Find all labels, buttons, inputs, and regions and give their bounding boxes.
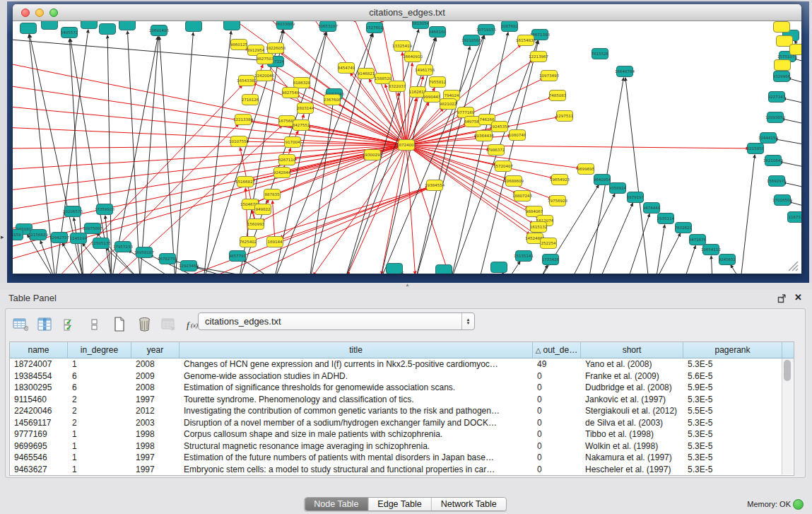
graph-node[interactable]: 949822 (255, 204, 271, 215)
graph-edge[interactable] (625, 78, 648, 274)
graph-edge[interactable] (28, 235, 53, 274)
cell-name[interactable]: 18300295 (10, 382, 68, 394)
graph-edge[interactable] (783, 98, 801, 103)
graph-node[interactable]: 22420046 (254, 71, 274, 81)
graph-node[interactable]: 8215958 (747, 144, 765, 154)
graph-edge[interactable] (127, 31, 139, 274)
cell-short[interactable]: Franke et al. (2009) (581, 370, 683, 382)
table-row[interactable]: 1872400712008Changes of HCN gene express… (10, 358, 794, 370)
graph-node[interactable]: 19300293 (363, 150, 382, 160)
graph-node[interactable]: 19384554 (425, 180, 445, 191)
cell-year[interactable]: 1997 (131, 452, 180, 464)
table-row[interactable]: 969969511998Structural magnetic resonanc… (10, 440, 794, 452)
graph-node[interactable] (790, 45, 802, 55)
network-canvas[interactable]: 5405572206914061603380978572241065328715… (13, 21, 801, 274)
graph-edge[interactable] (779, 162, 801, 168)
graph-node[interactable]: 8813054 (412, 21, 430, 29)
cell-year[interactable]: 2012 (131, 405, 180, 417)
graph-edge[interactable] (411, 136, 511, 145)
graph-edge[interactable] (288, 148, 290, 156)
cell-title[interactable]: Structural magnetic resonance image aver… (180, 440, 533, 452)
graph-edge[interactable] (783, 182, 801, 187)
graph-edge[interactable] (250, 156, 366, 181)
graph-node[interactable]: 887835 (264, 189, 281, 200)
cell-short[interactable]: Stergiakouli et al. (2012) (581, 405, 683, 417)
cell-in_degree[interactable]: 6 (68, 382, 131, 394)
graph-edge[interactable] (573, 194, 615, 274)
graph-node[interactable] (100, 24, 116, 35)
table-row[interactable]: 2242004622012Investigating the contribut… (10, 405, 794, 417)
column-header-year[interactable]: year (131, 342, 180, 358)
graph-edge[interactable] (382, 150, 406, 274)
cell-year[interactable]: 1997 (131, 464, 180, 476)
cell-out_degree[interactable]: 0 (533, 405, 581, 417)
table-row[interactable]: 1456911722003Disruption of a novel membe… (10, 417, 794, 429)
graph-node[interactable]: 5405572 (61, 28, 78, 38)
collapse-panel-arrow-icon[interactable]: ▸ (1, 233, 4, 240)
graph-node[interactable]: 9699695 (577, 164, 595, 175)
graph-node[interactable]: 116733 (788, 212, 802, 223)
graph-node[interactable]: 9358924 (609, 183, 627, 194)
graph-node[interactable]: 15720407 (493, 161, 513, 172)
cell-pagerank[interactable]: 5.3E-5 (683, 464, 782, 476)
cell-name[interactable]: 9115460 (10, 394, 68, 406)
graph-edge[interactable] (658, 233, 681, 274)
graph-node[interactable] (775, 60, 791, 71)
cell-out_degree[interactable]: 0 (533, 382, 581, 394)
graph-node[interactable] (81, 21, 98, 29)
cell-in_degree[interactable]: 1 (68, 428, 131, 440)
table-row[interactable]: 1938455462009Genome-wide association stu… (10, 370, 794, 382)
splitter-handle-icon[interactable]: ▴ (406, 281, 409, 288)
table-row[interactable]: 977716911998Corpus callosum shape and si… (10, 428, 794, 440)
cell-short[interactable]: Yano et al. (2008) (581, 358, 683, 370)
cell-pagerank[interactable]: 5.5E-5 (683, 405, 782, 417)
column-header-in_degree[interactable]: in_degree (68, 342, 131, 358)
cell-pagerank[interactable]: 5.3E-5 (683, 428, 782, 440)
graph-node[interactable]: 16958187 (134, 247, 154, 258)
graph-node[interactable]: 1080748 (509, 130, 526, 141)
graph-node[interactable]: 7986372 (488, 145, 505, 156)
cell-year[interactable]: 1998 (131, 428, 180, 440)
column-header-short[interactable]: short (581, 342, 683, 358)
graph-edge[interactable] (280, 187, 429, 240)
graph-edge[interactable] (782, 119, 801, 124)
graph-node[interactable] (387, 264, 403, 274)
graph-node[interactable]: 8186328 (293, 78, 311, 88)
graph-edge[interactable] (775, 139, 801, 145)
cell-name[interactable]: 19384554 (10, 370, 68, 382)
graph-node[interactable]: 16648784 (615, 66, 635, 77)
graph-edge[interactable] (160, 37, 175, 274)
cell-short[interactable]: Hescheler et al. (1997) (581, 464, 683, 476)
graph-node[interactable]: 7955812 (429, 77, 447, 88)
graph-edge[interactable] (13, 146, 401, 190)
cell-name[interactable]: 9463627 (10, 464, 68, 476)
cell-pagerank[interactable]: 5.3E-5 (683, 417, 782, 429)
cell-title[interactable]: Corpus callosum shape and size in male p… (180, 428, 533, 440)
graph-node[interactable]: 9827548 (282, 88, 300, 98)
cell-short[interactable]: Tibbo et al. (1998) (581, 428, 683, 440)
graph-edge[interactable] (510, 262, 520, 274)
cell-title[interactable]: Changes of HCN gene expression and I(f) … (180, 358, 533, 370)
graph-edge[interactable] (686, 246, 695, 274)
cell-pagerank[interactable]: 5.3E-5 (683, 394, 782, 406)
cell-year[interactable]: 2009 (131, 370, 180, 382)
graph-node[interactable]: 8466160 (429, 27, 447, 37)
graph-node[interactable]: 12444154 (758, 133, 778, 144)
graph-node[interactable]: 17016504 (772, 195, 792, 206)
graph-node[interactable]: 33159 (13, 230, 23, 240)
graph-node[interactable]: 8454749 (338, 63, 355, 74)
graph-node[interactable]: 13325419 (392, 41, 412, 52)
cell-year[interactable]: 1998 (131, 440, 180, 452)
cell-pagerank[interactable]: 5.6E-5 (683, 370, 782, 382)
graph-node[interactable]: 8322037 (389, 81, 406, 92)
graph-node[interactable]: 8267110 (278, 155, 296, 165)
graph-node[interactable]: 8427552 (293, 120, 310, 131)
graph-node[interactable]: 169144 (267, 237, 283, 247)
tab-network-table[interactable]: Network Table (432, 498, 506, 510)
cell-year[interactable]: 2003 (131, 417, 180, 429)
graph-node[interactable]: 10654112 (701, 245, 721, 255)
graph-edge[interactable] (629, 214, 649, 274)
cell-pagerank[interactable]: 5.9E-5 (683, 382, 782, 394)
graph-edge[interactable] (711, 256, 712, 274)
graph-node[interactable]: 9821022 (440, 99, 457, 110)
